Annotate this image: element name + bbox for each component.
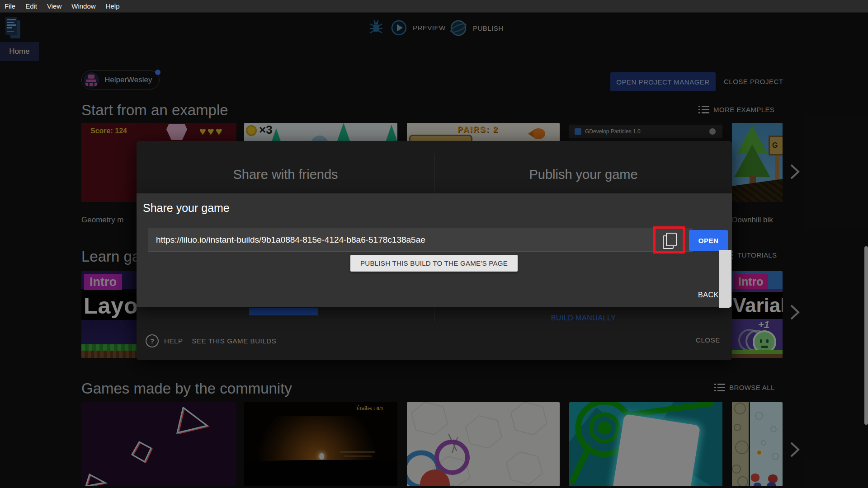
annotation-highlight-box — [653, 226, 685, 253]
build-url-field[interactable]: https://liluo.io/instant-builds/9b1a0884… — [148, 228, 693, 252]
share-dialog-title: Share your game — [143, 202, 230, 215]
dialog-edge-scroll-fragment[interactable] — [719, 250, 731, 308]
share-your-game-dialog: Share your game https://liluo.io/instant… — [137, 193, 732, 307]
menu-help[interactable]: Help — [101, 2, 125, 10]
menu-edit[interactable]: Edit — [20, 2, 42, 10]
app-window: File Edit View Window Help — [0, 0, 868, 488]
back-button[interactable]: BACK — [698, 291, 719, 299]
menubar: File Edit View Window Help — [0, 0, 868, 13]
menu-window[interactable]: Window — [66, 2, 100, 10]
build-url-text: https://liluo.io/instant-builds/9b1a0884… — [148, 235, 425, 245]
menu-view[interactable]: View — [42, 2, 66, 10]
open-build-button[interactable]: OPEN — [689, 230, 728, 251]
publish-build-button[interactable]: PUBLISH THIS BUILD TO THE GAME'S PAGE — [350, 255, 518, 272]
menu-file[interactable]: File — [0, 2, 20, 10]
open-build-label: OPEN — [698, 237, 719, 244]
publish-build-label: PUBLISH THIS BUILD TO THE GAME'S PAGE — [360, 259, 508, 267]
